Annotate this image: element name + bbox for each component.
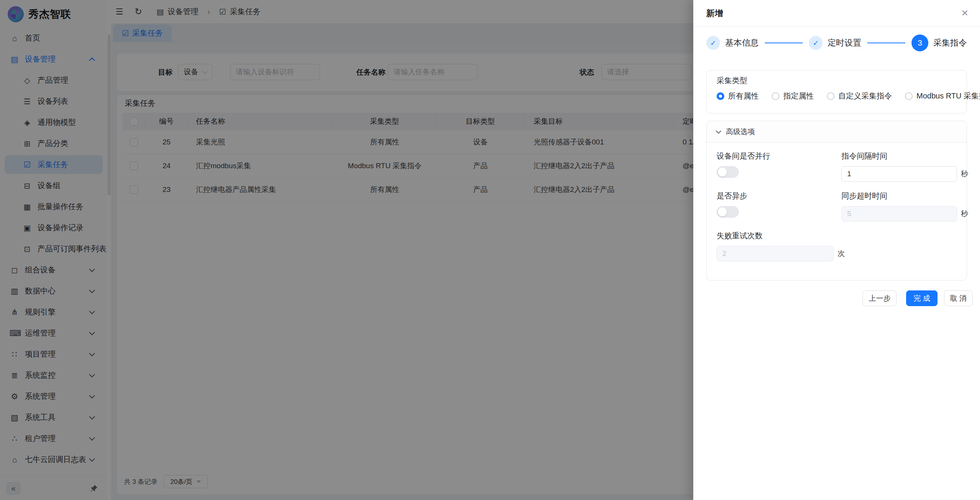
radio-icon (905, 92, 913, 100)
close-icon[interactable]: ✕ (961, 8, 969, 18)
step-connector (765, 43, 803, 43)
collect-type-label: 采集类型 (717, 76, 747, 85)
interval-unit: 秒 (961, 169, 968, 179)
drawer-footer: 上一步 完 成 取 消 (862, 290, 973, 306)
async-field: 是否异步 (717, 191, 747, 218)
radio-specified-properties[interactable]: 指定属性 (772, 91, 814, 101)
finish-button[interactable]: 完 成 (906, 290, 937, 306)
async-label: 是否异步 (717, 191, 747, 201)
retry-field: 失败重试次数 2 次 (717, 231, 845, 261)
radio-selected-icon (717, 92, 724, 100)
step-3-number: 3 (911, 34, 928, 51)
add-task-drawer: 新增 ✕ ✓ 基本信息 ✓ 定时设置 3 采集指令 采集类型 所有属性 指定属性… (693, 0, 980, 500)
parallel-toggle[interactable] (717, 166, 739, 178)
collect-type-options: 所有属性 指定属性 自定义采集指令 Modbus RTU 采集指令 (717, 91, 957, 101)
advanced-options-body: 设备间是否并行 指令间隔时间 1 秒 是否异步 同步超时时间 5 秒 (707, 143, 967, 159)
radio-custom-command[interactable]: 自定义采集指令 (827, 91, 892, 101)
timeout-unit: 秒 (961, 209, 968, 219)
step-connector (867, 43, 905, 43)
retry-input[interactable]: 2 (717, 246, 834, 261)
drawer-header: 新增 ✕ (693, 0, 980, 27)
async-toggle[interactable] (717, 206, 739, 218)
timeout-input[interactable]: 5 (841, 206, 957, 221)
interval-field: 指令间隔时间 1 秒 (841, 151, 968, 182)
parallel-field: 设备间是否并行 (717, 151, 770, 178)
parallel-label: 设备间是否并行 (717, 151, 770, 161)
collect-type-section: 采集类型 所有属性 指定属性 自定义采集指令 Modbus RTU 采集指令 (706, 70, 967, 113)
radio-modbus-rtu-command[interactable]: Modbus RTU 采集指令 (905, 91, 980, 101)
timeout-label: 同步超时时间 (841, 191, 968, 201)
timeout-field: 同步超时时间 5 秒 (841, 191, 968, 221)
cancel-button[interactable]: 取 消 (944, 290, 973, 306)
toggle-knob (718, 167, 727, 177)
chevron-down-icon (716, 128, 721, 133)
toggle-knob (718, 207, 727, 216)
step-2-label: 定时设置 (828, 37, 861, 49)
step-1-label: 基本信息 (725, 37, 759, 49)
drawer-title: 新增 (706, 8, 723, 19)
interval-label: 指令间隔时间 (841, 151, 968, 161)
retry-label: 失败重试次数 (717, 231, 845, 241)
wizard-steps: ✓ 基本信息 ✓ 定时设置 3 采集指令 (693, 28, 980, 57)
previous-step-button[interactable]: 上一步 (862, 290, 897, 306)
radio-all-properties[interactable]: 所有属性 (717, 91, 759, 101)
step-1-done-icon: ✓ (706, 36, 720, 50)
retry-unit: 次 (838, 249, 845, 259)
step-2-done-icon: ✓ (809, 36, 823, 50)
advanced-options-panel: 高级选项 设备间是否并行 指令间隔时间 1 秒 是否异步 同步超时时间 (706, 121, 967, 280)
radio-icon (772, 92, 779, 100)
radio-icon (827, 92, 835, 100)
advanced-options-toggle[interactable]: 高级选项 (707, 121, 967, 143)
interval-input[interactable]: 1 (841, 166, 957, 182)
step-3-label: 采集指令 (933, 37, 967, 49)
